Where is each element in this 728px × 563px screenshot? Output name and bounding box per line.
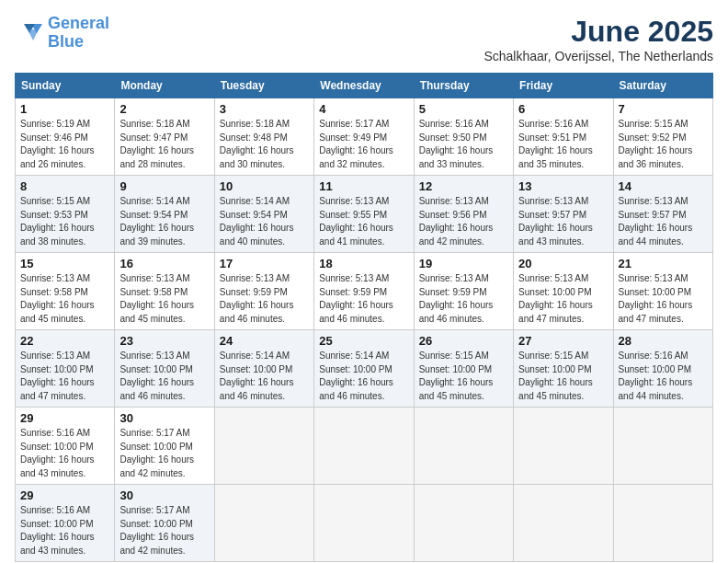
day-number: 2: [119, 102, 209, 116]
day-info: Sunrise: 5:17 AMSunset: 9:49 PMDaylight:…: [319, 118, 408, 171]
table-row: [514, 485, 613, 562]
table-row: 28Sunrise: 5:16 AMSunset: 10:00 PMDaylig…: [613, 330, 712, 408]
day-number: 29: [20, 488, 109, 502]
day-number: 16: [119, 257, 209, 270]
table-row: [613, 485, 712, 562]
table-row: 16Sunrise: 5:13 AMSunset: 9:58 PMDayligh…: [115, 253, 214, 330]
day-number: 13: [518, 179, 608, 193]
table-row: 3Sunrise: 5:18 AMSunset: 9:48 PMDaylight…: [214, 98, 313, 176]
table-row: 20Sunrise: 5:13 AMSunset: 10:00 PMDaylig…: [514, 253, 613, 330]
table-row: [214, 408, 313, 485]
calendar-table: Sunday Monday Tuesday Wednesday Thursday…: [15, 73, 713, 562]
day-info: Sunrise: 5:18 AMSunset: 9:47 PMDaylight:…: [119, 118, 209, 171]
table-row: 27Sunrise: 5:15 AMSunset: 10:00 PMDaylig…: [514, 330, 613, 408]
logo-text: General Blue: [48, 15, 109, 52]
day-info: Sunrise: 5:17 AMSunset: 10:00 PMDaylight…: [119, 504, 209, 557]
calendar-week-row: 15Sunrise: 5:13 AMSunset: 9:58 PMDayligh…: [16, 253, 713, 330]
day-number: 24: [220, 334, 309, 348]
day-number: 17: [220, 257, 309, 270]
day-info: Sunrise: 5:13 AMSunset: 9:58 PMDaylight:…: [20, 272, 109, 326]
logo-general: General: [48, 14, 109, 32]
day-info: Sunrise: 5:17 AMSunset: 10:00 PMDaylight…: [119, 427, 209, 480]
table-row: [414, 485, 513, 562]
day-number: 14: [619, 179, 708, 193]
table-row: 12Sunrise: 5:13 AMSunset: 9:56 PMDayligh…: [414, 176, 513, 253]
calendar-week-row: 1Sunrise: 5:19 AMSunset: 9:46 PMDaylight…: [16, 98, 713, 176]
day-number: 21: [619, 257, 708, 270]
day-info: Sunrise: 5:15 AMSunset: 10:00 PMDaylight…: [518, 350, 608, 403]
day-info: Sunrise: 5:19 AMSunset: 9:46 PMDaylight:…: [20, 118, 109, 171]
day-info: Sunrise: 5:16 AMSunset: 10:00 PMDaylight…: [20, 504, 109, 557]
day-number: 30: [119, 411, 209, 425]
day-info: Sunrise: 5:15 AMSunset: 10:00 PMDaylight…: [419, 350, 508, 403]
day-number: 25: [319, 334, 408, 348]
day-number: 4: [319, 102, 408, 116]
col-tuesday: Tuesday: [214, 74, 313, 98]
table-row: 8Sunrise: 5:15 AMSunset: 9:53 PMDaylight…: [16, 176, 115, 253]
table-row: [414, 408, 513, 485]
calendar-week-row: 8Sunrise: 5:15 AMSunset: 9:53 PMDaylight…: [16, 176, 713, 253]
day-info: Sunrise: 5:13 AMSunset: 9:59 PMDaylight:…: [419, 272, 508, 326]
table-row: 18Sunrise: 5:13 AMSunset: 9:59 PMDayligh…: [314, 253, 414, 330]
day-info: Sunrise: 5:13 AMSunset: 9:57 PMDaylight:…: [518, 195, 608, 248]
calendar-header-row: Sunday Monday Tuesday Wednesday Thursday…: [16, 74, 713, 98]
day-info: Sunrise: 5:13 AMSunset: 10:00 PMDaylight…: [619, 272, 708, 326]
table-row: [613, 408, 712, 485]
col-friday: Friday: [514, 74, 613, 98]
day-number: 9: [119, 179, 209, 193]
month-title: June 2025: [483, 15, 713, 49]
day-number: 29: [20, 411, 109, 425]
table-row: 22Sunrise: 5:13 AMSunset: 10:00 PMDaylig…: [16, 330, 115, 408]
day-number: 5: [419, 102, 508, 116]
table-row: 17Sunrise: 5:13 AMSunset: 9:59 PMDayligh…: [214, 253, 313, 330]
calendar-week-row: 29Sunrise: 5:16 AMSunset: 10:00 PMDaylig…: [16, 485, 713, 562]
day-info: Sunrise: 5:13 AMSunset: 10:00 PMDaylight…: [518, 272, 608, 326]
location-title: Schalkhaar, Overijssel, The Netherlands: [483, 49, 713, 63]
table-row: 29Sunrise: 5:16 AMSunset: 10:00 PMDaylig…: [16, 408, 115, 485]
day-info: Sunrise: 5:16 AMSunset: 10:00 PMDaylight…: [20, 427, 109, 480]
table-row: 26Sunrise: 5:15 AMSunset: 10:00 PMDaylig…: [414, 330, 513, 408]
day-info: Sunrise: 5:14 AMSunset: 10:00 PMDaylight…: [319, 350, 408, 403]
logo-blue: Blue: [48, 32, 84, 51]
day-info: Sunrise: 5:15 AMSunset: 9:52 PMDaylight:…: [619, 118, 708, 171]
day-info: Sunrise: 5:13 AMSunset: 9:57 PMDaylight:…: [619, 195, 708, 248]
day-number: 10: [220, 179, 309, 193]
day-info: Sunrise: 5:16 AMSunset: 10:00 PMDaylight…: [619, 350, 708, 403]
day-number: 12: [419, 179, 508, 193]
day-number: 30: [119, 488, 209, 502]
table-row: 11Sunrise: 5:13 AMSunset: 9:55 PMDayligh…: [314, 176, 414, 253]
day-info: Sunrise: 5:13 AMSunset: 10:00 PMDaylight…: [119, 350, 209, 403]
table-row: [214, 485, 313, 562]
day-info: Sunrise: 5:13 AMSunset: 9:59 PMDaylight:…: [319, 272, 408, 326]
day-number: 26: [419, 334, 508, 348]
day-number: 15: [20, 257, 109, 270]
day-number: 19: [419, 257, 508, 270]
page-header: General Blue June 2025 Schalkhaar, Overi…: [15, 15, 713, 63]
day-info: Sunrise: 5:13 AMSunset: 9:55 PMDaylight:…: [319, 195, 408, 248]
title-block: June 2025 Schalkhaar, Overijssel, The Ne…: [483, 15, 713, 63]
day-info: Sunrise: 5:14 AMSunset: 9:54 PMDaylight:…: [119, 195, 209, 248]
day-number: 1: [20, 102, 109, 116]
day-number: 3: [220, 102, 309, 116]
table-row: 19Sunrise: 5:13 AMSunset: 9:59 PMDayligh…: [414, 253, 513, 330]
svg-marker-2: [28, 29, 39, 40]
col-monday: Monday: [115, 74, 214, 98]
table-row: [314, 485, 414, 562]
day-number: 27: [518, 334, 608, 348]
day-info: Sunrise: 5:14 AMSunset: 10:00 PMDaylight…: [220, 350, 309, 403]
table-row: 1Sunrise: 5:19 AMSunset: 9:46 PMDaylight…: [16, 98, 115, 176]
day-number: 8: [20, 179, 109, 193]
day-info: Sunrise: 5:13 AMSunset: 9:58 PMDaylight:…: [119, 272, 209, 326]
day-number: 6: [518, 102, 608, 116]
table-row: 14Sunrise: 5:13 AMSunset: 9:57 PMDayligh…: [613, 176, 712, 253]
table-row: 7Sunrise: 5:15 AMSunset: 9:52 PMDaylight…: [613, 98, 712, 176]
table-row: [314, 408, 414, 485]
day-info: Sunrise: 5:18 AMSunset: 9:48 PMDaylight:…: [220, 118, 309, 171]
day-info: Sunrise: 5:13 AMSunset: 9:59 PMDaylight:…: [220, 272, 309, 326]
table-row: 6Sunrise: 5:16 AMSunset: 9:51 PMDaylight…: [514, 98, 613, 176]
col-thursday: Thursday: [414, 74, 513, 98]
table-row: 30Sunrise: 5:17 AMSunset: 10:00 PMDaylig…: [115, 485, 214, 562]
logo: General Blue: [15, 15, 109, 52]
day-number: 11: [319, 179, 408, 193]
day-info: Sunrise: 5:16 AMSunset: 9:51 PMDaylight:…: [518, 118, 608, 171]
